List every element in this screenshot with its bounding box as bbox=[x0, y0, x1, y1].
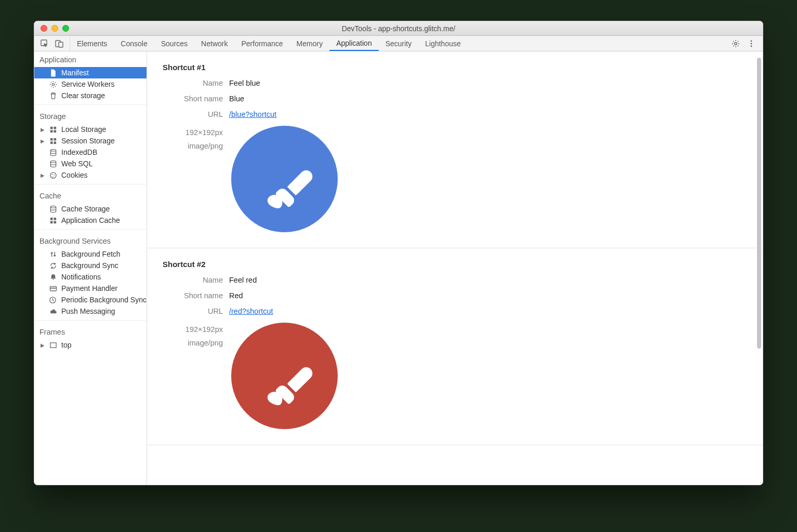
svg-rect-12 bbox=[50, 138, 52, 140]
sidebar-item-cache-storage[interactable]: Cache Storage bbox=[34, 203, 147, 215]
sidebar-item-session-storage[interactable]: ▶Session Storage bbox=[34, 135, 147, 147]
traffic-lights bbox=[34, 25, 69, 32]
sidebar-item-label: Background Fetch bbox=[61, 250, 121, 258]
icon-meta: 192×192pximage/png bbox=[163, 126, 229, 153]
minimize-window-button[interactable] bbox=[51, 25, 58, 32]
svg-point-7 bbox=[52, 83, 54, 85]
svg-point-19 bbox=[51, 174, 52, 175]
settings-icon[interactable] bbox=[732, 39, 740, 48]
svg-rect-9 bbox=[54, 126, 56, 129]
field-label: Short name bbox=[163, 291, 229, 300]
brush-icon bbox=[261, 352, 327, 418]
scrollbar[interactable] bbox=[757, 58, 761, 349]
grid-icon bbox=[49, 216, 57, 224]
shortcut-block-2: Shortcut #2NameFeel redShort nameRedURL/… bbox=[147, 248, 763, 445]
svg-point-3 bbox=[735, 42, 737, 44]
sidebar-item-web-sql[interactable]: Web SQL bbox=[34, 158, 147, 169]
field-value-shortname: Red bbox=[229, 291, 243, 300]
application-sidebar: ApplicationManifestService WorkersClear … bbox=[34, 51, 147, 485]
db-icon bbox=[49, 159, 57, 168]
svg-rect-11 bbox=[54, 130, 56, 132]
sidebar-section-storage: Storage bbox=[34, 108, 147, 124]
tab-lighthouse[interactable]: Lighthouse bbox=[418, 36, 468, 51]
sidebar-item-label: Web SQL bbox=[61, 159, 92, 168]
tab-performance[interactable]: Performance bbox=[234, 36, 289, 51]
grid-icon bbox=[49, 125, 57, 134]
sidebar-item-label: Application Cache bbox=[61, 216, 120, 224]
tab-application[interactable]: Application bbox=[329, 36, 379, 51]
svg-point-22 bbox=[50, 206, 56, 208]
gear-icon bbox=[49, 80, 57, 88]
panel-tabs: ElementsConsoleSourcesNetworkPerformance… bbox=[70, 36, 468, 51]
sidebar-item-cookies[interactable]: ▶Cookies bbox=[34, 169, 147, 181]
field-label: URL bbox=[163, 307, 229, 315]
body-split: ApplicationManifestService WorkersClear … bbox=[34, 51, 763, 485]
sidebar-item-periodic-background-sync[interactable]: Periodic Background Sync bbox=[34, 294, 147, 305]
sidebar-item-push-messaging[interactable]: Push Messaging bbox=[34, 305, 147, 317]
svg-rect-30 bbox=[50, 342, 56, 347]
updown-icon bbox=[49, 250, 57, 258]
more-icon[interactable] bbox=[747, 39, 755, 48]
sidebar-item-label: Push Messaging bbox=[61, 307, 115, 315]
field-value-name: Feel red bbox=[229, 276, 257, 284]
sidebar-item-service-workers[interactable]: Service Workers bbox=[34, 78, 147, 90]
svg-point-6 bbox=[751, 45, 752, 47]
tab-security[interactable]: Security bbox=[379, 36, 419, 51]
svg-rect-10 bbox=[50, 130, 52, 132]
sidebar-item-indexeddb[interactable]: IndexedDB bbox=[34, 147, 147, 158]
bell-icon bbox=[49, 273, 57, 281]
sidebar-item-top[interactable]: ▶top bbox=[34, 339, 147, 351]
inspect-icon[interactable] bbox=[41, 39, 49, 48]
maximize-window-button[interactable] bbox=[62, 25, 69, 32]
sidebar-item-payment-handler[interactable]: Payment Handler bbox=[34, 283, 147, 294]
devtools-toolbar: ElementsConsoleSourcesNetworkPerformance… bbox=[34, 36, 763, 51]
brush-icon bbox=[261, 155, 327, 221]
tab-elements[interactable]: Elements bbox=[70, 36, 114, 51]
shortcut-icon-preview bbox=[231, 323, 338, 429]
clock-icon bbox=[49, 296, 57, 304]
sidebar-item-clear-storage[interactable]: Clear storage bbox=[34, 90, 147, 101]
shortcut-url-link[interactable]: /blue?shortcut bbox=[229, 110, 276, 118]
expand-arrow-icon[interactable]: ▶ bbox=[41, 138, 45, 144]
svg-rect-23 bbox=[50, 217, 52, 220]
window-title: DevTools - app-shortcuts.glitch.me/ bbox=[342, 24, 456, 33]
field-value-url: /red?shortcut bbox=[229, 307, 273, 315]
svg-rect-26 bbox=[54, 221, 56, 223]
sidebar-item-application-cache[interactable]: Application Cache bbox=[34, 215, 147, 226]
device-mode-icon[interactable] bbox=[55, 39, 63, 48]
field-value-name: Feel blue bbox=[229, 79, 260, 87]
shortcut-icon-preview bbox=[231, 126, 338, 232]
tab-memory[interactable]: Memory bbox=[290, 36, 330, 51]
expand-arrow-icon[interactable]: ▶ bbox=[41, 127, 45, 132]
sidebar-item-background-sync[interactable]: Background Sync bbox=[34, 260, 147, 271]
svg-rect-24 bbox=[54, 217, 56, 220]
tab-sources[interactable]: Sources bbox=[154, 36, 194, 51]
tab-network[interactable]: Network bbox=[194, 36, 234, 51]
expand-arrow-icon[interactable]: ▶ bbox=[41, 172, 45, 178]
sidebar-section-frames: Frames bbox=[34, 324, 147, 339]
sidebar-item-manifest[interactable]: Manifest bbox=[34, 67, 147, 78]
field-label: Short name bbox=[163, 95, 229, 103]
shortcut-heading: Shortcut #1 bbox=[163, 63, 747, 72]
tab-console[interactable]: Console bbox=[114, 36, 154, 51]
manifest-main-panel: Shortcut #1NameFeel blueShort nameBlueUR… bbox=[147, 51, 763, 485]
sidebar-section-background-services: Background Services bbox=[34, 233, 147, 248]
close-window-button[interactable] bbox=[41, 25, 47, 32]
shortcut-url-link[interactable]: /red?shortcut bbox=[229, 307, 273, 315]
sidebar-item-label: Clear storage bbox=[61, 91, 105, 100]
file-icon bbox=[49, 69, 57, 77]
sidebar-item-label: IndexedDB bbox=[61, 148, 97, 156]
svg-point-4 bbox=[751, 40, 752, 42]
grid-icon bbox=[49, 137, 57, 145]
sidebar-item-background-fetch[interactable]: Background Fetch bbox=[34, 248, 147, 260]
sidebar-section-cache: Cache bbox=[34, 188, 147, 203]
expand-arrow-icon[interactable]: ▶ bbox=[41, 342, 45, 348]
svg-rect-13 bbox=[54, 138, 56, 140]
sidebar-item-notifications[interactable]: Notifications bbox=[34, 271, 147, 283]
sidebar-item-local-storage[interactable]: ▶Local Storage bbox=[34, 124, 147, 135]
sync-icon bbox=[49, 261, 57, 270]
field-label: Name bbox=[163, 79, 229, 87]
sidebar-item-label: Periodic Background Sync bbox=[61, 296, 147, 304]
svg-point-18 bbox=[50, 172, 56, 178]
shortcut-block-1: Shortcut #1NameFeel blueShort nameBlueUR… bbox=[147, 51, 763, 248]
